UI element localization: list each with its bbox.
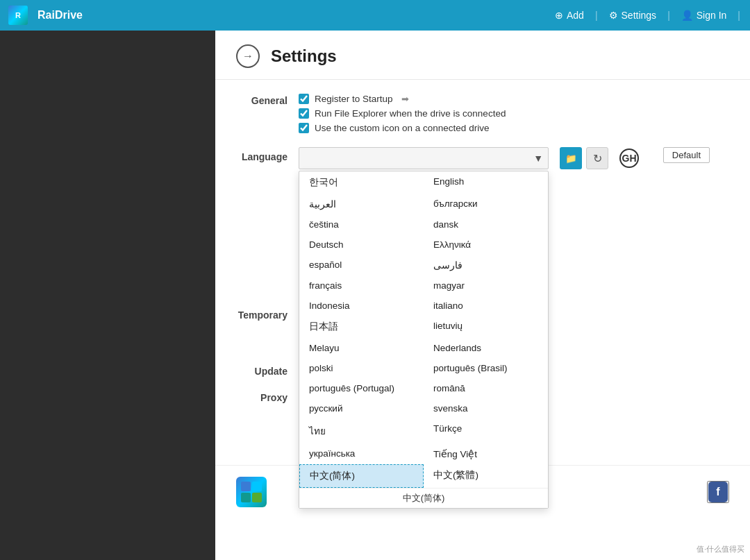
lang-option[interactable]: čeština <box>299 214 424 235</box>
lang-option[interactable]: polski <box>299 358 424 378</box>
language-dropdown-popup: 한국어 English العربية български čeština da… <box>299 171 549 509</box>
register-startup-row: Register to Startup ➡ <box>299 94 729 104</box>
main-layout: → Settings General Register to Startup ➡… <box>0 31 750 560</box>
custom-icon-label[interactable]: Use the custom icon on a connected drive <box>315 123 489 133</box>
app-logo: R <box>8 6 28 25</box>
temporary-label: Temporary <box>236 308 299 321</box>
lang-option[interactable]: 日本語 <box>299 316 424 338</box>
update-label: Update <box>236 364 299 377</box>
startup-arrow-icon: ➡ <box>401 94 409 104</box>
language-select[interactable] <box>299 147 549 169</box>
lang-option[interactable]: Indonesia <box>299 296 424 316</box>
lang-option[interactable]: русский <box>299 398 424 418</box>
lang-option[interactable]: العربية <box>299 194 424 214</box>
lang-option[interactable]: magyar <box>424 275 548 296</box>
plus-icon: ⊕ <box>555 10 563 21</box>
topbar: R RaiDrive ⊕ Add | ⚙ Settings | 👤 Sign I… <box>0 0 750 31</box>
lang-option[interactable]: български <box>424 194 548 214</box>
svg-rect-2 <box>241 493 251 502</box>
svg-rect-0 <box>241 482 251 491</box>
custom-icon-checkbox[interactable] <box>299 123 309 133</box>
lang-option[interactable]: italiano <box>424 296 548 316</box>
add-button[interactable]: ⊕ Add <box>548 7 591 24</box>
settings-body: General Register to Startup ➡ Run File E… <box>215 80 750 458</box>
lang-option[interactable]: українська <box>299 443 424 464</box>
settings-button[interactable]: ⚙ Settings <box>602 7 664 24</box>
language-default-button[interactable]: Default <box>663 147 710 163</box>
register-startup-checkbox[interactable] <box>299 94 309 104</box>
lang-option[interactable]: 한국어 <box>299 171 424 194</box>
language-action-buttons: 📁 ↻ GH <box>560 147 640 169</box>
lang-option-selected[interactable]: 中文(简体) <box>299 464 424 488</box>
lang-option[interactable]: português (Brasil) <box>424 358 548 378</box>
lang-option[interactable]: 中文(繁體) <box>424 464 548 488</box>
sidebar <box>0 31 215 560</box>
content-area: → Settings General Register to Startup ➡… <box>215 31 750 560</box>
refresh-icon: ↻ <box>593 152 602 165</box>
settings-header: → Settings <box>215 31 750 80</box>
lang-option[interactable]: dansk <box>424 214 548 235</box>
logo-image <box>236 477 267 507</box>
topbar-actions: ⊕ Add | ⚙ Settings | 👤 Sign In | <box>548 7 742 24</box>
language-controls: ▼ 한국어 English العربية български čeština … <box>299 147 640 169</box>
lang-option[interactable]: English <box>424 171 548 194</box>
run-explorer-row: Run File Explorer when the drive is conn… <box>299 108 729 119</box>
page-title: Settings <box>271 46 337 66</box>
run-explorer-label[interactable]: Run File Explorer when the drive is conn… <box>315 108 506 119</box>
facebook-icon: f <box>708 482 728 502</box>
facebook-button[interactable]: f <box>707 481 729 503</box>
language-folder-button[interactable]: 📁 <box>560 147 582 169</box>
lang-option[interactable]: română <box>424 378 548 398</box>
folder-icon: 📁 <box>565 153 577 164</box>
gear-icon: ⚙ <box>609 10 618 21</box>
general-section: General Register to Startup ➡ Run File E… <box>236 94 729 133</box>
svg-rect-3 <box>252 493 262 502</box>
lang-option[interactable]: فارسی <box>424 255 548 275</box>
lang-option[interactable]: Ελληνικά <box>424 235 548 255</box>
language-refresh-button[interactable]: ↻ <box>586 147 608 169</box>
lang-option[interactable]: Tiếng Việt <box>424 443 548 464</box>
general-options: Register to Startup ➡ Run File Explorer … <box>299 94 729 133</box>
language-section: Language ▼ 한국어 English ال <box>236 147 729 169</box>
raidrive-logo <box>236 477 267 507</box>
svg-rect-1 <box>252 482 262 491</box>
register-startup-label[interactable]: Register to Startup <box>315 94 393 104</box>
signin-button[interactable]: 👤 Sign In <box>674 7 734 24</box>
lang-option[interactable]: Melayu <box>299 338 424 358</box>
lang-option[interactable]: Türkçe <box>424 418 548 443</box>
back-button[interactable]: → <box>236 44 260 68</box>
lang-option[interactable]: français <box>299 275 424 296</box>
watermark: 值·什么值得买 <box>697 544 744 554</box>
lang-option[interactable]: português (Portugal) <box>299 378 424 398</box>
lang-option[interactable]: svenska <box>424 398 548 418</box>
lang-option[interactable]: Deutsch <box>299 235 424 255</box>
language-options-grid: 한국어 English العربية български čeština da… <box>299 171 548 488</box>
proxy-label: Proxy <box>236 391 299 403</box>
language-label: Language <box>236 147 299 162</box>
run-explorer-checkbox[interactable] <box>299 108 309 119</box>
lang-option[interactable]: lietuvių <box>424 316 548 338</box>
lang-option[interactable]: español <box>299 255 424 275</box>
lang-option[interactable]: Nederlands <box>424 338 548 358</box>
general-label: General <box>236 94 299 106</box>
back-arrow-icon: → <box>242 50 253 62</box>
language-dropdown-wrapper: ▼ 한국어 English العربية български čeština … <box>299 147 549 169</box>
dropdown-selection-hint: 中文(简体) <box>299 488 548 508</box>
github-button[interactable]: GH <box>618 147 640 169</box>
custom-icon-row: Use the custom icon on a connected drive <box>299 123 729 133</box>
github-icon: GH <box>619 149 639 168</box>
app-title: RaiDrive <box>38 9 83 22</box>
lang-option[interactable]: ไทย <box>299 418 424 443</box>
account-icon: 👤 <box>681 10 693 21</box>
